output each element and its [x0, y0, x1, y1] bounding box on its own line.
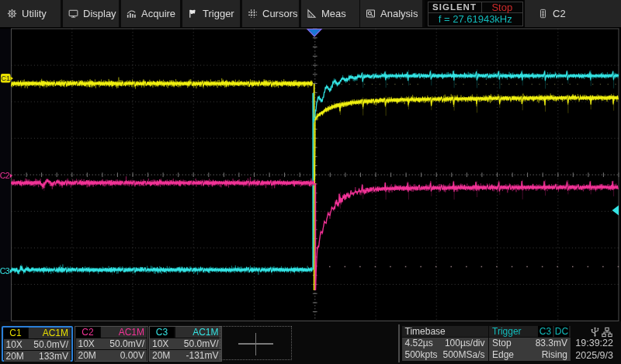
svg-text:C2: C2 — [0, 171, 10, 180]
svg-text:C3: C3 — [0, 266, 10, 276]
svg-text:C1: C1 — [2, 75, 11, 82]
